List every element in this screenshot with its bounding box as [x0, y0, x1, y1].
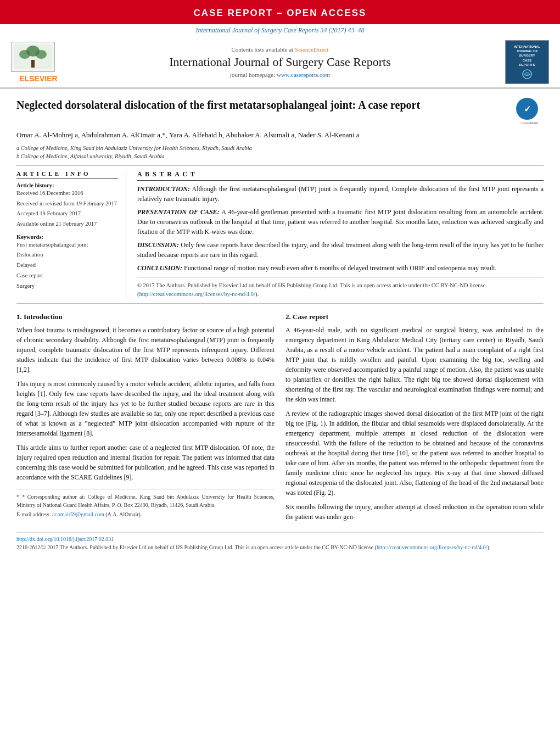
elsevier-label: ELSEVIER — [11, 74, 66, 83]
footnote-email: E-mail address: ar.omair59@gmail.com (A.… — [16, 510, 275, 518]
footnote-star: * * Corresponding author at: College of … — [16, 493, 275, 509]
elsevier-logo: ELSEVIER — [11, 42, 66, 83]
license-link[interactable]: http://creativecommons.org/licenses/by-n… — [139, 291, 256, 297]
received-revised-date: Received in revised form 19 February 201… — [16, 200, 118, 208]
journal-title: International Journal of Surgery Case Re… — [66, 55, 494, 69]
journal-logo-right: INTERNATIONAL JOURNAL OF SURGERY CASE RE… — [494, 40, 549, 84]
affiliation-b: b College of Medicine, Alfaisal universi… — [16, 152, 544, 161]
main-content: 1. Introduction When foot trauma is misd… — [16, 311, 544, 527]
elsevier-logo-img — [11, 42, 55, 72]
journal-info-strip: International Journal of Surgery Case Re… — [0, 24, 560, 36]
available-online-date: Available online 21 February 2017 — [16, 220, 118, 228]
email-suffix: (A.A. AlOmair). — [105, 511, 142, 517]
abstract-presentation: PRESENTATION OF CASE: A 46-year-old gent… — [137, 207, 544, 237]
article-info-col: A R T I C L E I N F O Article history: R… — [16, 170, 126, 299]
abstract-introduction: INTRODUCTION: Although the first metatar… — [137, 184, 544, 204]
affiliation-a-text: College of Medicine, King Saud bin Abdul… — [21, 145, 252, 151]
keyword-3: Delayed — [16, 261, 118, 270]
keyword-5: Surgery — [16, 282, 118, 291]
doi-license: 2210-2612/© 2017 The Authors. Published … — [16, 543, 544, 551]
article-main: Neglected dorsolateral dislocation of th… — [0, 88, 560, 557]
accepted-date: Accepted 19 February 2017 — [16, 210, 118, 218]
crossmark-container: ✓ CrossMark — [516, 98, 544, 125]
email-label: E-mail address: — [16, 511, 51, 517]
sciencedirect-link[interactable]: ScienceDirect — [295, 46, 329, 53]
discussion-label: DISCUSSION: — [137, 241, 179, 249]
intro-para-1: When foot trauma is misdiagnosed, it bec… — [16, 325, 275, 375]
affiliation-a: a College of Medicine, King Saud bin Abd… — [16, 144, 544, 153]
abstract-title: A B S T R A C T — [137, 170, 544, 181]
presentation-label: PRESENTATION OF CASE: — [137, 208, 220, 216]
doi-footer: http://dx.doi.org/10.1016/j.ijscr.2017.0… — [16, 532, 544, 551]
received-date: Received 16 December 2016 — [16, 189, 118, 198]
article-title-section: Neglected dorsolateral dislocation of th… — [16, 94, 544, 125]
svg-rect-4 — [31, 60, 35, 68]
crossmark-icon[interactable]: ✓ — [516, 98, 538, 120]
journal-volume-info: International Journal of Surgery Case Re… — [196, 26, 365, 34]
article-body: A R T I C L E I N F O Article history: R… — [16, 170, 544, 299]
discussion-text: Only few case reports have described the… — [137, 241, 544, 259]
case-para-3: Six months following the injury, another… — [285, 502, 544, 522]
keyword-2: Dislocation — [16, 251, 118, 259]
doi-url[interactable]: http://dx.doi.org/10.1016/j.ijscr.2017.0… — [16, 536, 544, 542]
keywords-section: Keywords: First metatarsophalangeal join… — [16, 234, 118, 290]
divider-2 — [16, 303, 544, 304]
abstract-conclusion: CONCLUSION: Functional range of motion m… — [137, 263, 544, 273]
contents-available: Contents lists available at ScienceDirec… — [66, 46, 494, 53]
doi-license-text: 2210-2612/© 2017 The Authors. Published … — [16, 544, 377, 550]
intro-para-2: This injury is most commonly caused by a… — [16, 379, 275, 438]
crossmark-label: CrossMark — [516, 121, 544, 125]
header-banner: CASE REPORT – OPEN ACCESS — [0, 0, 560, 24]
journal-center: Contents lists available at ScienceDirec… — [66, 46, 494, 78]
journal-logo-box: INTERNATIONAL JOURNAL OF SURGERY CASE RE… — [505, 40, 549, 84]
keyword-4: Case report — [16, 272, 118, 280]
author-affiliations: a College of Medicine, King Saud bin Abd… — [16, 144, 544, 161]
introduction-col: 1. Introduction When foot trauma is misd… — [16, 311, 275, 527]
elsevier-tree-icon — [14, 44, 52, 69]
footnote-text: * Corresponding author at: College of Me… — [16, 494, 275, 508]
authors-list: Omar A. Al-Mohrej a, Abdulrahman A. AlOm… — [16, 131, 360, 139]
article-info-title: A R T I C L E I N F O — [16, 170, 118, 179]
license-text: © 2017 The Authors. Published by Elsevie… — [137, 277, 544, 299]
article-abstract-col: A B S T R A C T INTRODUCTION: Although t… — [137, 170, 544, 299]
conclusion-label: CONCLUSION: — [137, 264, 182, 272]
case-heading: 2. Case report — [285, 311, 544, 322]
case-report-col: 2. Case report A 46-year-old male, with … — [285, 311, 544, 527]
journal-homepage: journal homepage: www.casereports.com — [66, 71, 494, 78]
intro-heading: 1. Introduction — [16, 311, 275, 322]
introduction-label: INTRODUCTION: — [137, 185, 190, 193]
svg-point-3 — [36, 50, 47, 59]
divider-1 — [16, 165, 544, 166]
affiliation-b-text: College of Medicine, Alfaisal university… — [21, 153, 165, 159]
conclusion-text: Functional range of motion may result ev… — [184, 264, 497, 272]
journal-logo-text: INTERNATIONAL JOURNAL OF SURGERY CASE RE… — [514, 44, 541, 68]
doi-license-link[interactable]: http://creativecommons.org/licenses/by-n… — [377, 544, 487, 550]
case-para-1: A 46-year-old male, with no significant … — [285, 325, 544, 404]
footnote-section: * * Corresponding author at: College of … — [16, 489, 275, 518]
article-title: Neglected dorsolateral dislocation of th… — [16, 98, 509, 112]
journal-homepage-link[interactable]: www.casereports.com — [277, 71, 330, 78]
article-history-label: Article history: — [16, 182, 118, 188]
case-para-2: A review of the radiographic images show… — [285, 409, 544, 498]
keywords-label: Keywords: — [16, 234, 118, 240]
abstract-discussion: DISCUSSION: Only few case reports have d… — [137, 240, 544, 260]
journal-logo-icon — [519, 69, 535, 80]
authors-section: Omar A. Al-Mohrej a, Abdulrahman A. AlOm… — [16, 130, 544, 141]
email-address[interactable]: ar.omair59@gmail.com — [52, 511, 104, 517]
svg-point-2 — [19, 50, 30, 59]
keyword-1: First metatarsophalangeal joint — [16, 241, 118, 249]
banner-title: CASE REPORT – OPEN ACCESS — [194, 8, 367, 18]
journal-header: ELSEVIER Contents lists available at Sci… — [0, 36, 560, 88]
introduction-text: Although the first metatarsophalangeal (… — [137, 185, 544, 203]
intro-para-3: This article aims to further report anot… — [16, 443, 275, 482]
